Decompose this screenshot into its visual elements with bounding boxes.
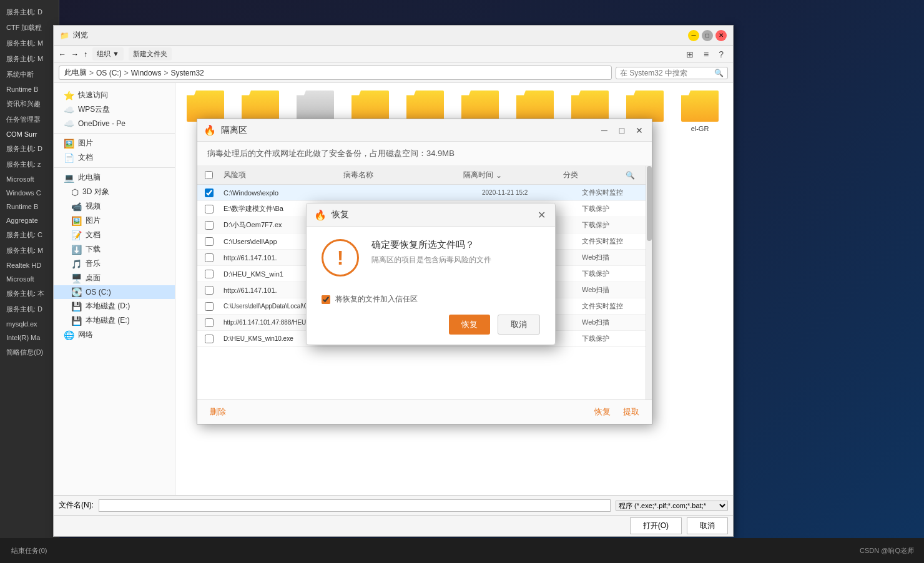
- nav-desktop[interactable]: 🖥️ 桌面: [54, 271, 175, 285]
- nav-network[interactable]: 🌐 网络: [54, 328, 175, 342]
- sidebar-item-0[interactable]: 服务主机: D: [2, 5, 56, 19]
- organize-button[interactable]: 组织 ▼: [92, 47, 124, 61]
- header-search[interactable]: 🔍: [626, 170, 644, 180]
- filetype-select[interactable]: 程序 (*.exe;*.pif;*.com;*.bat;*: [616, 501, 728, 511]
- sidebar-item-4[interactable]: 系统中断: [2, 67, 56, 82]
- restore-question: 确定要恢复所选文件吗？: [371, 239, 540, 251]
- search-box[interactable]: 🔍: [616, 67, 728, 79]
- search-input[interactable]: [620, 69, 714, 77]
- sidebar-item-16[interactable]: 服务主机: M: [2, 243, 56, 258]
- row-7-checkbox[interactable]: [205, 302, 214, 311]
- sidebar-item-23[interactable]: 简略信息(D): [2, 345, 56, 360]
- nav-onedrive[interactable]: ☁️ OneDrive - Pe: [54, 117, 175, 130]
- sidebar-item-20[interactable]: 服务主机: D: [2, 302, 56, 316]
- view-details-button[interactable]: ≡: [699, 47, 713, 61]
- sidebar-item-7[interactable]: 任务管理器: [2, 112, 56, 127]
- new-folder-button[interactable]: 新建文件夹: [129, 47, 172, 61]
- table-scrollbar[interactable]: [646, 166, 652, 399]
- header-category[interactable]: 分类: [563, 170, 626, 180]
- trust-zone-checkbox[interactable]: [322, 295, 330, 304]
- view-list-button[interactable]: ⊞: [682, 47, 698, 61]
- sidebar-item-19[interactable]: 服务主机: 本: [2, 286, 56, 301]
- help-button[interactable]: ?: [714, 47, 728, 61]
- row-4-checkbox[interactable]: [205, 253, 214, 262]
- row-3-path: C:\Users\dell\App: [224, 238, 317, 245]
- sidebar-item-21[interactable]: mysqld.ex: [2, 318, 56, 330]
- row-0-path: C:\Windows\explo: [224, 189, 317, 197]
- sidebar-item-5[interactable]: Runtime B: [2, 83, 56, 95]
- row-8-checkbox[interactable]: [205, 318, 214, 327]
- sidebar-item-10[interactable]: 服务主机: z: [2, 157, 56, 172]
- sidebar-item-14[interactable]: Aggregate: [2, 214, 56, 227]
- sidebar-item-13[interactable]: Runtime B: [2, 200, 56, 213]
- maximize-button[interactable]: □: [702, 30, 713, 41]
- cancel-dialog-button[interactable]: 取消: [687, 517, 728, 534]
- nav-os-c[interactable]: 💽 OS (C:): [54, 285, 175, 299]
- row-0-checkbox[interactable]: [205, 188, 214, 197]
- path-part-0: 此电脑: [64, 67, 87, 78]
- nav-up-icon[interactable]: ↑: [84, 50, 87, 59]
- nav-pic[interactable]: 🖼️ 图片: [54, 213, 175, 228]
- close-button[interactable]: ✕: [715, 30, 727, 41]
- sidebar-item-12[interactable]: Windows C: [2, 187, 56, 199]
- restore-button[interactable]: 恢复: [592, 405, 613, 419]
- sidebar-item-6[interactable]: 资讯和兴趣: [2, 97, 56, 111]
- quarantine-close-button[interactable]: ✕: [633, 124, 646, 137]
- open-button[interactable]: 打开(O): [630, 517, 682, 534]
- table-scrollbar-thumb[interactable]: [647, 166, 652, 241]
- nav-wps-cloud[interactable]: ☁️ WPS云盘: [54, 102, 175, 117]
- sidebar-item-3[interactable]: 服务主机: M: [2, 52, 56, 66]
- minimize-button[interactable]: ─: [688, 30, 699, 41]
- address-path[interactable]: 此电脑 > OS (C:) > Windows > System32: [59, 66, 612, 80]
- row-5-category: 下载保护: [582, 269, 644, 278]
- row-1-checkbox[interactable]: [205, 205, 214, 213]
- confirm-cancel-button[interactable]: 取消: [498, 315, 540, 335]
- sidebar-item-15[interactable]: 服务主机: C: [2, 228, 56, 242]
- row-5-checkbox[interactable]: [205, 270, 214, 278]
- folder-item-elgr[interactable]: el-GR: [675, 88, 725, 135]
- nav-local-e[interactable]: 💾 本地磁盘 (E:): [54, 313, 175, 328]
- row-3-checkbox[interactable]: [205, 237, 214, 246]
- delete-button[interactable]: 删除: [207, 405, 229, 419]
- path-sep-2: >: [164, 69, 168, 77]
- taskbar-item-end-task[interactable]: 结束任务(0): [5, 544, 53, 558]
- sidebar-item-17[interactable]: Realtek HD: [2, 259, 56, 272]
- extract-button[interactable]: 提取: [621, 405, 642, 419]
- header-risk[interactable]: 风险项: [224, 170, 343, 180]
- sidebar-item-com[interactable]: COM Surr: [2, 128, 56, 140]
- nav-network-label: 网络: [78, 330, 93, 340]
- nav-downloads[interactable]: ⬇️ 下载: [54, 242, 175, 257]
- nav-music[interactable]: 🎵 音乐: [54, 257, 175, 271]
- nav-forward-icon[interactable]: →: [71, 50, 79, 59]
- nav-this-pc-label: 此电脑: [78, 172, 101, 183]
- table-row-0[interactable]: C:\Windows\explo 2020-11-21 15:2 文件实时监控: [197, 185, 652, 201]
- sidebar-item-11[interactable]: Microsoft: [2, 173, 56, 185]
- sidebar-item-1[interactable]: CTF 加载程: [2, 21, 56, 35]
- row-6-checkbox[interactable]: [205, 286, 214, 295]
- onedrive-icon: ☁️: [64, 119, 74, 129]
- sidebar-item-2[interactable]: 服务主机: M: [2, 36, 56, 51]
- filename-input[interactable]: [99, 499, 611, 512]
- sidebar-item-18[interactable]: Microsoft: [2, 273, 56, 285]
- nav-videos[interactable]: 📹 视频: [54, 199, 175, 213]
- nav-this-pc[interactable]: 💻 此电脑: [54, 170, 175, 185]
- row-0-category: 文件实时监控: [582, 188, 644, 197]
- nav-3d-objects[interactable]: ⬡ 3D 对象: [54, 185, 175, 199]
- row-2-checkbox[interactable]: [205, 221, 214, 230]
- sidebar-item-22[interactable]: Intel(R) Ma: [2, 331, 56, 344]
- nav-documents[interactable]: 📄 文档: [54, 150, 175, 165]
- header-virus[interactable]: 病毒名称: [343, 170, 463, 180]
- nav-local-d[interactable]: 💾 本地磁盘 (D:): [54, 299, 175, 313]
- nav-quick-access[interactable]: ⭐ 快速访问: [54, 88, 175, 102]
- header-time[interactable]: 隔离时间 ⌄: [463, 170, 563, 180]
- row-9-checkbox[interactable]: [205, 335, 214, 343]
- sidebar-item-9[interactable]: 服务主机: D: [2, 142, 56, 156]
- nav-pictures[interactable]: 🖼️ 图片: [54, 136, 175, 150]
- quarantine-minimize-button[interactable]: ─: [598, 124, 611, 137]
- select-all-checkbox[interactable]: [205, 171, 213, 179]
- confirm-restore-button[interactable]: 恢复: [449, 315, 490, 335]
- nav-back-icon[interactable]: ←: [59, 50, 66, 59]
- nav-docs[interactable]: 📝 文档: [54, 228, 175, 242]
- restore-close-button[interactable]: ✕: [535, 208, 548, 221]
- quarantine-maximize-button[interactable]: □: [616, 124, 628, 137]
